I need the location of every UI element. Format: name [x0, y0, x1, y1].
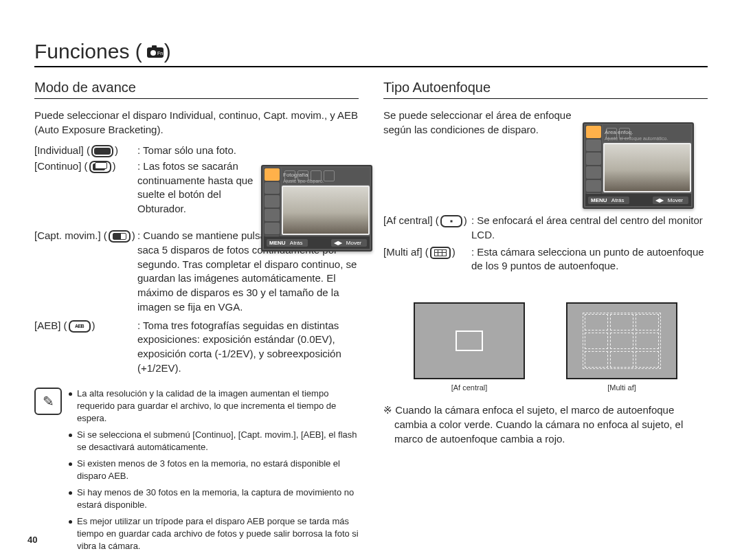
camera-preview-drive: Fotografía Ajuste tipo disparo. MENU Atr… [261, 165, 372, 251]
label-text: [Individual] ( [34, 144, 90, 156]
note-item: Es mejor utilizar un trípode para el dis… [69, 515, 359, 552]
preview-title: Fotografía [283, 172, 368, 178]
page-number: 40 [27, 535, 37, 545]
right-intro: Se puede seleccionar el área de enfoque … [383, 109, 583, 137]
single-shot-icon [91, 145, 113, 157]
preview-subtitle: Ajuste tipo disparo. [283, 179, 368, 183]
desc-aeb: : Toma tres fotografías seguidas en dist… [137, 319, 359, 376]
af-multi-diagram [566, 302, 677, 379]
desc-continuo: : Las fotos se sacarán continuamente has… [137, 159, 268, 216]
focus-color-note: ※ Cuando la cámara enfoca el sujeto, el … [383, 403, 708, 446]
label-close: ) [113, 160, 116, 172]
left-heading: Modo de avance [34, 80, 359, 99]
label-close: ) [92, 320, 95, 331]
page-title-close: ) [164, 40, 171, 63]
af-fig-multi: [Multi af] [566, 302, 677, 392]
af-figures: [Af central] [Multi af] [383, 302, 708, 392]
label-close: ) [464, 214, 467, 226]
note-item: Si existen menos de 3 fotos en la memori… [69, 458, 359, 482]
desc-individual: : Tomar sólo una foto. [137, 144, 268, 158]
svg-rect-1 [152, 45, 157, 48]
preview-move-label: Mover [665, 197, 686, 204]
label-text: [Multi af] ( [383, 246, 429, 258]
page-title-row: Funciones ( Fn ) [34, 40, 708, 63]
desc-af-multi: : Esta cámara selecciona un punto de aut… [471, 245, 708, 273]
note-item: Si se selecciona el submenú [Continuo], … [69, 429, 359, 453]
note-item: Si hay menos de 30 fotos en la memoria, … [69, 486, 359, 511]
preview-subtitle: Ajuste el enfoque automático. [605, 136, 690, 141]
aeb-icon [69, 320, 91, 333]
notes-list: La alta resolución y la calidad de la im… [69, 388, 359, 556]
af-item-central: [Af central] () : Se enfocará el área ce… [383, 214, 708, 242]
label-text: [AEB] ( [34, 320, 67, 331]
motion-capture-icon [109, 230, 131, 243]
preview-back-label: Atrás [609, 197, 627, 204]
svg-point-2 [150, 50, 156, 56]
af-multi-icon [430, 247, 451, 259]
left-column: Modo de avance Puede seleccionar el disp… [34, 80, 359, 557]
af-fig-multi-caption: [Multi af] [566, 383, 677, 392]
label-text: [Af central] ( [383, 214, 439, 226]
af-center-icon [440, 215, 462, 227]
notes-box: ✎ La alta resolución y la calidad de la … [34, 388, 359, 556]
continuous-icon [89, 161, 111, 173]
label-close: ) [452, 246, 456, 258]
preview-back-label: Atrás [287, 239, 306, 247]
af-fig-center: [Af central] [414, 302, 525, 392]
label-close: ) [115, 144, 118, 156]
note-pencil-icon: ✎ [34, 388, 62, 415]
left-intro: Puede seleccionar el disparo Individual,… [34, 109, 359, 137]
drive-item-individual: [Individual] () : Tomar sólo una foto. [34, 144, 359, 158]
af-item-multi: [Multi af] () : Esta cámara selecciona u… [383, 245, 708, 273]
camera-preview-af: Área enfoq. Ajuste el enfoque automático… [583, 122, 694, 209]
preview-title: Área enfoq. [605, 129, 690, 135]
drive-item-aeb: [AEB] () : Toma tres fotografías seguida… [34, 319, 359, 376]
svg-text:Fn: Fn [157, 51, 163, 56]
af-fig-center-caption: [Af central] [414, 383, 525, 392]
title-rule [34, 66, 708, 67]
preview-move-label: Mover [344, 239, 364, 247]
page-title: Funciones ( [34, 40, 142, 63]
af-center-diagram [414, 302, 525, 379]
right-heading: Tipo Autoenfoque [383, 80, 708, 99]
camera-fn-icon: Fn [146, 44, 164, 59]
label-text: [Continuo] ( [34, 160, 88, 172]
desc-af-central: : Se enfocará el área central del centro… [471, 214, 708, 242]
note-item: La alta resolución y la calidad de la im… [69, 388, 359, 425]
